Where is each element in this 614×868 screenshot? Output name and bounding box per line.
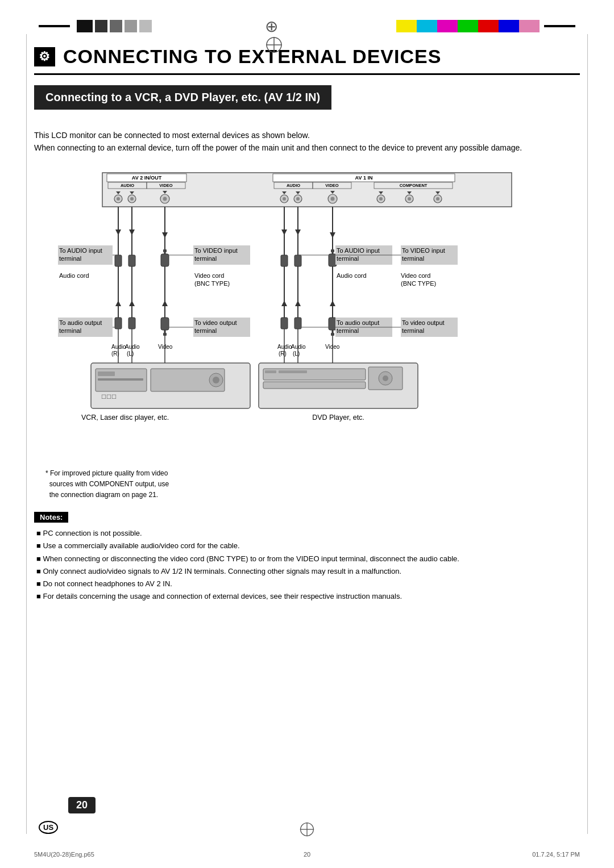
svg-point-34	[331, 197, 335, 201]
intro-line-2: When connecting to an external device, t…	[34, 141, 580, 154]
svg-text:To video output: To video output	[194, 319, 237, 326]
top-bar	[34, 17, 580, 35]
svg-rect-68	[128, 318, 135, 329]
bar-gray3	[139, 20, 152, 32]
title-icon: ⚙	[34, 47, 55, 66]
svg-rect-106	[294, 255, 301, 266]
svg-marker-132	[281, 301, 287, 306]
margin-line-left	[26, 34, 27, 834]
svg-point-30	[296, 197, 300, 201]
diagram-area: AV 2 IN/OUT AUDIO VIDEO AV 1 IN AUDIO VI…	[34, 167, 580, 457]
bar-yellow	[396, 20, 417, 32]
svg-point-97	[213, 377, 219, 383]
svg-marker-111	[295, 229, 301, 235]
svg-rect-126	[329, 318, 337, 330]
svg-text:Video cord: Video cord	[194, 272, 224, 279]
svg-rect-128	[331, 333, 334, 336]
svg-rect-48	[115, 255, 122, 266]
svg-text:(L): (L)	[293, 350, 300, 357]
svg-text:(L): (L)	[127, 350, 134, 357]
note-item-4: Only connect audio/video signals to AV 1…	[36, 565, 580, 578]
notes-header: Notes:	[34, 512, 68, 523]
svg-text:terminal: terminal	[59, 327, 81, 334]
svg-text:AUDIO: AUDIO	[287, 183, 300, 188]
svg-text:(BNC TYPE): (BNC TYPE)	[194, 280, 230, 287]
svg-marker-112	[330, 232, 335, 238]
svg-text:terminal: terminal	[337, 255, 359, 262]
footnote: * For improved picture quality from vide…	[45, 468, 580, 501]
note-item-1: PC connection is not possible.	[36, 527, 580, 540]
svg-rect-105	[281, 255, 288, 266]
svg-point-28	[283, 197, 286, 201]
svg-rect-109	[331, 249, 334, 252]
svg-text:Video cord: Video cord	[401, 272, 430, 279]
svg-text:(BNC TYPE): (BNC TYPE)	[401, 280, 436, 287]
us-label: US	[39, 821, 58, 834]
page-title: ⚙ CONNECTING TO EXTERNAL DEVICES	[34, 45, 580, 75]
svg-text:AUDIO: AUDIO	[121, 183, 134, 188]
svg-rect-153	[279, 370, 307, 373]
svg-text:Video: Video	[158, 344, 173, 350]
svg-text:(R): (R)	[279, 350, 287, 357]
svg-text:To AUDIO input: To AUDIO input	[337, 247, 380, 254]
notes-list: PC connection is not possible. Use a com…	[34, 527, 580, 603]
footer-file: 5M4U(20-28)Eng.p65	[34, 851, 94, 858]
svg-marker-110	[281, 229, 287, 235]
svg-rect-150	[263, 382, 366, 389]
bar-magenta	[437, 20, 458, 32]
page-number-area: 20 US	[34, 821, 58, 834]
svg-rect-95	[98, 378, 143, 381]
page-title-section: ⚙ CONNECTING TO EXTERNAL DEVICES Connect…	[34, 45, 580, 120]
svg-text:To VIDEO input: To VIDEO input	[402, 247, 445, 254]
svg-text:AV 2 IN/OUT: AV 2 IN/OUT	[132, 175, 162, 181]
svg-rect-149	[263, 369, 366, 380]
intro-line-1: This LCD monitor can be connected to mos…	[34, 129, 580, 141]
bar-line-right	[544, 25, 575, 27]
svg-text:VIDEO: VIDEO	[325, 183, 339, 188]
top-bar-right	[396, 20, 580, 32]
bar-gray2	[125, 20, 137, 32]
svg-text:To audio output: To audio output	[337, 319, 379, 326]
note-item-5: Do not connect headphones to AV 2 IN.	[36, 578, 580, 590]
top-bar-left	[34, 20, 152, 32]
bar-black2	[95, 20, 107, 32]
svg-text:☐☐☐: ☐☐☐	[101, 394, 117, 400]
note-item-2: Use a commercially available audio/video…	[36, 540, 580, 552]
title-text: CONNECTING TO EXTERNAL DEVICES	[63, 45, 441, 68]
bar-blue	[499, 20, 519, 32]
svg-text:VIDEO: VIDEO	[159, 183, 173, 188]
svg-point-19	[117, 197, 120, 201]
svg-rect-124	[281, 318, 288, 329]
page: ⚙ CONNECTING TO EXTERNAL DEVICES Connect…	[0, 0, 614, 868]
svg-text:Audio cord: Audio cord	[337, 272, 367, 279]
footnote-text: * For improved picture quality from vide…	[45, 469, 169, 499]
svg-text:terminal: terminal	[194, 327, 217, 334]
svg-marker-76	[129, 301, 135, 306]
svg-rect-49	[128, 255, 135, 266]
bar-pink	[519, 20, 540, 32]
svg-text:COMPONENT: COMPONENT	[400, 183, 428, 188]
svg-text:To VIDEO input: To VIDEO input	[194, 247, 238, 254]
bar-gray1	[110, 20, 122, 32]
svg-marker-134	[330, 301, 335, 306]
svg-point-37	[379, 197, 383, 201]
svg-text:terminal: terminal	[337, 327, 359, 334]
svg-text:terminal: terminal	[194, 255, 217, 262]
svg-rect-50	[161, 254, 169, 266]
svg-text:terminal: terminal	[59, 255, 81, 262]
subtitle-text: Connecting to a VCR, a DVD Player, etc. …	[45, 91, 320, 103]
subtitle-box: Connecting to a VCR, a DVD Player, etc. …	[34, 85, 331, 110]
svg-marker-54	[129, 229, 135, 235]
bar-red	[478, 20, 499, 32]
footer-page: 20	[304, 851, 310, 858]
svg-point-25	[163, 197, 167, 201]
svg-text:To video output: To video output	[402, 319, 445, 326]
svg-text:Audio: Audio	[125, 344, 140, 350]
notes-section: Notes: PC connection is not possible. Us…	[34, 512, 580, 603]
svg-marker-77	[162, 301, 168, 306]
svg-text:Audio: Audio	[277, 344, 292, 350]
bar-green	[458, 20, 478, 32]
svg-text:To AUDIO input: To AUDIO input	[59, 247, 102, 254]
svg-rect-152	[265, 370, 276, 373]
footer-date: 01.7.24, 5:17 PM	[532, 851, 580, 858]
